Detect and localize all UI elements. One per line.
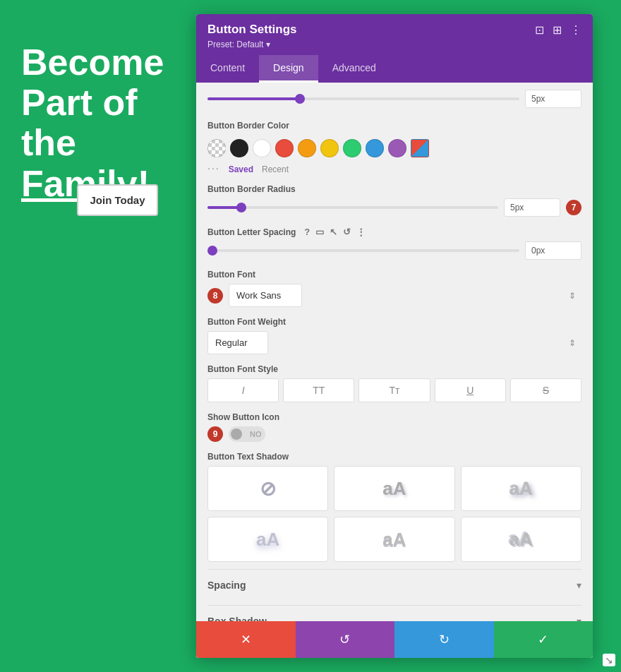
hero-line1: Become [21,42,205,83]
hero-line2: Part of [21,83,205,123]
badge-9: 9 [207,426,223,442]
shadow-style-3[interactable]: aA [207,517,328,562]
top-slider-thumb[interactable] [295,94,305,104]
resize-handle[interactable]: ↘ [603,654,615,666]
confirm-button[interactable]: ✓ [494,621,593,658]
tab-advanced[interactable]: Advanced [318,55,390,83]
spacing-chevron: ▾ [577,580,581,591]
mobile-icon[interactable]: ▭ [315,227,324,237]
undo-button[interactable]: ↺ [296,621,395,658]
no-shadow-icon: ⊘ [260,477,276,500]
font-weight-select[interactable]: Regular [207,331,268,354]
saved-recent: Saved Recent [227,162,289,174]
text-shadow-grid: ⊘ aA aA aA aA aA [207,466,581,562]
letter-spacing-icons: ? ▭ ↖ ↺ ⋮ [304,227,366,237]
swatch-custom[interactable] [411,139,429,157]
font-weight-label: Button Font Weight [207,317,581,327]
options-icon[interactable]: ⋮ [356,227,366,237]
swatch-blue[interactable] [366,139,384,157]
font-style-strikethrough[interactable]: S [510,378,581,402]
letter-spacing-value: 0px [525,241,581,260]
shadow-style-2[interactable]: aA [461,466,581,511]
shadow-style-1[interactable]: aA [334,466,454,511]
panel-header-top: Button Settings ⊡ ⊞ ⋮ [207,23,581,37]
cancel-button[interactable]: ✕ [196,621,296,658]
swatch-black[interactable] [230,139,248,157]
panel-header: Button Settings ⊡ ⊞ ⋮ Preset: Default ▾ [196,14,593,55]
badge-7: 7 [566,200,581,215]
redo-button[interactable]: ↻ [394,621,494,658]
button-settings-panel: Button Settings ⊡ ⊞ ⋮ Preset: Default ▾ … [196,14,593,658]
join-today-button[interactable]: Join Today [77,184,158,216]
panel-title: Button Settings [207,23,297,37]
spacing-label: Spacing [207,580,246,591]
swatch-red[interactable] [275,139,294,157]
swatch-orange[interactable] [298,139,316,157]
preset-label[interactable]: Preset: Default ▾ [207,40,581,49]
top-slider-fill [207,97,301,100]
border-color-label: Button Border Color [207,121,581,131]
box-shadow-label: Box Shadow [207,616,267,621]
badge-8: 8 [207,288,223,304]
box-shadow-chevron: ▾ [577,616,581,621]
font-select-arrow: ⇕ [569,291,576,301]
font-style-underline[interactable]: U [435,378,506,402]
shadow-none[interactable]: ⊘ [207,466,328,511]
font-select-wrap: 8 Work Sans ⇕ [207,284,581,307]
swatch-yellow[interactable] [320,139,339,157]
tab-content[interactable]: Content [196,55,259,83]
border-radius-track[interactable] [207,206,498,209]
font-select[interactable]: Work Sans [229,284,302,307]
font-style-label: Button Font Style [207,364,581,374]
cursor-icon[interactable]: ↖ [330,227,337,237]
reset-icon[interactable]: ↺ [343,227,351,237]
swatch-purple[interactable] [388,139,406,157]
font-weight-select-arrow: ⇕ [569,338,576,348]
hero-text: Become Part of the Family! [21,42,205,204]
letter-spacing-thumb[interactable] [207,246,217,256]
show-icon-toggle[interactable]: NO [229,426,265,442]
shadow-style-5[interactable]: aA [461,517,581,562]
text-shadow-label: Button Text Shadow [207,452,581,462]
font-style-italic[interactable]: I [207,378,279,402]
swatch-green[interactable] [343,139,361,157]
font-style-capitalize[interactable]: Tт [358,378,430,402]
top-slider-value: 5px [525,90,581,108]
letter-spacing-slider-row: 0px [207,241,581,260]
bottom-bar: ✕ ↺ ↻ ✓ [196,621,593,658]
top-slider-track[interactable] [207,97,519,100]
more-options-icon[interactable]: ⋮ [570,23,581,37]
tab-design[interactable]: Design [259,55,318,83]
show-icon-toggle-row: 9 NO [207,426,581,442]
box-shadow-accordion[interactable]: Box Shadow ▾ [207,605,581,621]
color-swatches-row [207,135,581,162]
toggle-knob [231,428,242,440]
font-style-uppercase[interactable]: TT [283,378,354,402]
spacing-accordion[interactable]: Spacing ▾ [207,569,581,598]
panel-header-icons: ⊡ ⊞ ⋮ [535,23,581,37]
show-icon-label: Show Button Icon [207,412,581,422]
panel-body: 5px Button Border Color ··· Saved Recent [196,83,593,621]
layout-icon[interactable]: ⊞ [553,23,562,37]
top-slider-row: 5px [207,83,581,111]
three-dots[interactable]: ··· [207,162,220,174]
border-radius-slider-row: 5px 7 [207,198,581,217]
question-icon[interactable]: ? [304,227,310,237]
maximize-icon[interactable]: ⊡ [535,23,544,37]
font-label: Button Font [207,270,581,280]
letter-spacing-track[interactable] [207,249,519,252]
border-radius-value: 5px [504,198,560,217]
panel-tabs: Content Design Advanced [196,55,593,83]
border-radius-label: Button Border Radius [207,184,581,194]
swatch-transparent[interactable] [207,139,226,157]
border-radius-thumb[interactable] [236,203,246,212]
swatch-white[interactable] [253,139,271,157]
letter-spacing-label: Button Letter Spacing ? ▭ ↖ ↺ ⋮ [207,227,581,237]
shadow-style-4[interactable]: aA [334,517,454,562]
hero-line3: the [21,123,205,163]
font-style-buttons: I TT Tт U S [207,378,581,402]
